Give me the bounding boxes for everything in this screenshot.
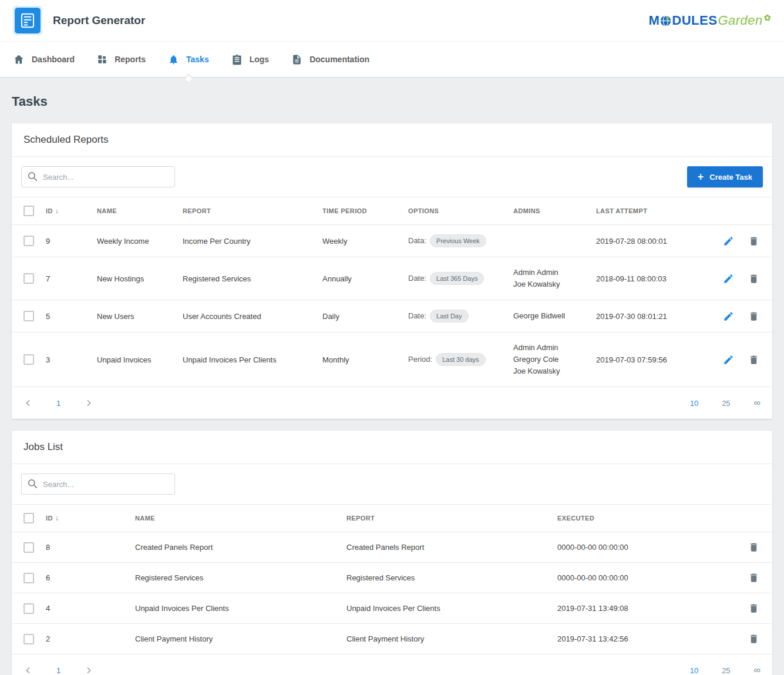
col-admins[interactable]: ADMINS — [507, 197, 590, 225]
edit-icon[interactable] — [723, 354, 734, 365]
col-time-period[interactable]: TIME PERIOD — [317, 197, 402, 225]
search-icon — [27, 171, 38, 184]
col-options[interactable]: OPTIONS — [402, 197, 507, 225]
cell-last-attempt: 2019-07-28 08:00:01 — [590, 225, 702, 257]
cell-report: Income Per Country — [177, 225, 317, 257]
nav-item-documentation[interactable]: Documentation — [291, 41, 369, 78]
row-checkbox[interactable] — [23, 603, 34, 614]
trash-icon[interactable] — [748, 311, 759, 322]
cell-name: Unpaid Invoices — [91, 333, 177, 387]
col-report[interactable]: REPORT — [341, 505, 551, 532]
create-task-label: Create Task — [709, 173, 752, 182]
trash-icon[interactable] — [748, 542, 759, 553]
jobs-list-table: ID↓ NAME REPORT EXECUTED 8 Created Panel… — [12, 504, 772, 654]
row-checkbox[interactable] — [23, 573, 34, 583]
page-size-25[interactable]: 25 — [722, 399, 730, 408]
page-size-10[interactable]: 10 — [690, 666, 698, 675]
col-id[interactable]: ID↓ — [40, 505, 129, 532]
reports-grid-icon — [97, 54, 107, 65]
leaf-icon: ✿ — [764, 13, 771, 22]
col-id[interactable]: ID↓ — [40, 197, 91, 225]
jobs-list-pagination: 1 10 25 ∞ — [12, 654, 772, 675]
create-task-button[interactable]: + Create Task — [687, 166, 763, 187]
cell-id: 5 — [40, 300, 91, 333]
trash-icon[interactable] — [748, 354, 759, 365]
row-checkbox[interactable] — [23, 273, 34, 284]
page-size-10[interactable]: 10 — [690, 399, 698, 408]
search-icon — [27, 478, 38, 492]
scheduled-reports-toolbar: + Create Task — [12, 157, 772, 197]
clipboard-icon — [231, 54, 243, 65]
prev-page-icon[interactable] — [23, 398, 33, 408]
cell-report: User Accounts Created — [177, 300, 317, 333]
cell-time-period: Weekly — [317, 225, 402, 257]
admin-name: Admin Admin — [513, 267, 584, 278]
search-input[interactable] — [21, 473, 175, 495]
next-page-icon[interactable] — [84, 398, 93, 408]
row-checkbox[interactable] — [23, 542, 34, 553]
nav-label: Tasks — [186, 55, 209, 64]
trash-icon[interactable] — [748, 572, 759, 583]
page-size-all[interactable]: ∞ — [754, 398, 761, 408]
table-header-row: ID↓ NAME REPORT TIME PERIOD OPTIONS ADMI… — [12, 197, 772, 225]
cell-report: Registered Services — [177, 257, 317, 300]
prev-page-icon[interactable] — [23, 666, 33, 675]
document-icon — [291, 54, 302, 65]
table-row: 9 Weekly Income Income Per Country Weekl… — [12, 225, 772, 257]
nav-item-logs[interactable]: Logs — [231, 41, 269, 78]
search-input[interactable] — [21, 166, 175, 187]
bell-icon — [168, 54, 179, 65]
edit-icon[interactable] — [723, 236, 734, 247]
trash-icon[interactable] — [748, 633, 759, 644]
option-badge: Last 30 days — [436, 353, 485, 366]
edit-icon[interactable] — [723, 273, 734, 284]
row-checkbox[interactable] — [23, 311, 34, 321]
next-page-icon[interactable] — [84, 666, 93, 675]
row-checkbox[interactable] — [23, 634, 34, 644]
cell-id: 9 — [40, 225, 91, 257]
nav-item-tasks[interactable]: Tasks — [168, 41, 209, 78]
trash-icon[interactable] — [748, 273, 759, 284]
col-last-attempt[interactable]: LAST ATTEMPT — [590, 197, 702, 225]
cell-admins — [507, 225, 590, 257]
edit-icon[interactable] — [723, 311, 734, 322]
col-name[interactable]: NAME — [91, 197, 177, 225]
col-executed[interactable]: EXECUTED — [551, 505, 710, 532]
option-label: Data: — [408, 236, 426, 245]
page-size-25[interactable]: 25 — [722, 666, 730, 675]
col-report[interactable]: REPORT — [177, 197, 317, 225]
cell-last-attempt: 2019-07-30 08:01:21 — [590, 300, 702, 333]
cell-last-attempt: 2018-09-11 08:00:03 — [590, 257, 702, 300]
page-number[interactable]: 1 — [56, 399, 60, 408]
main-nav: Dashboard Reports Tasks Logs Documentati… — [0, 41, 784, 78]
col-name[interactable]: NAME — [129, 505, 341, 532]
admin-name: Joe Kowalsky — [513, 278, 584, 290]
cell-id: 6 — [40, 563, 129, 593]
page-number[interactable]: 1 — [56, 666, 60, 675]
row-checkbox[interactable] — [23, 354, 34, 365]
cell-report: Created Panels Report — [341, 532, 551, 563]
trash-icon[interactable] — [748, 236, 759, 247]
option-label: Period: — [408, 355, 432, 364]
nav-label: Documentation — [309, 55, 369, 64]
page-size-all[interactable]: ∞ — [754, 665, 761, 675]
plus-icon: + — [698, 172, 704, 182]
select-all-checkbox[interactable] — [23, 513, 34, 523]
admin-name: Gregory Cole — [513, 354, 584, 365]
cell-report: Unpaid Invoices Per Clients — [177, 333, 317, 387]
brand-modules-suffix: DULES — [672, 13, 717, 28]
nav-label: Logs — [250, 55, 269, 64]
page-title: Tasks — [12, 94, 772, 109]
brand-garden: Garden — [718, 13, 762, 28]
cell-id: 8 — [40, 532, 129, 563]
row-checkbox[interactable] — [23, 236, 34, 246]
trash-icon[interactable] — [748, 603, 759, 614]
table-row: 8 Created Panels Report Created Panels R… — [12, 532, 772, 563]
nav-item-dashboard[interactable]: Dashboard — [13, 41, 75, 78]
select-all-checkbox[interactable] — [23, 206, 34, 216]
cell-admins: Admin Admin Gregory Cole Joe Kowalsky — [507, 333, 590, 387]
nav-item-reports[interactable]: Reports — [97, 41, 146, 78]
app-logo-icon — [13, 6, 42, 35]
option-badge: Last Day — [430, 310, 468, 323]
table-row: 3 Unpaid Invoices Unpaid Invoices Per Cl… — [12, 333, 772, 387]
